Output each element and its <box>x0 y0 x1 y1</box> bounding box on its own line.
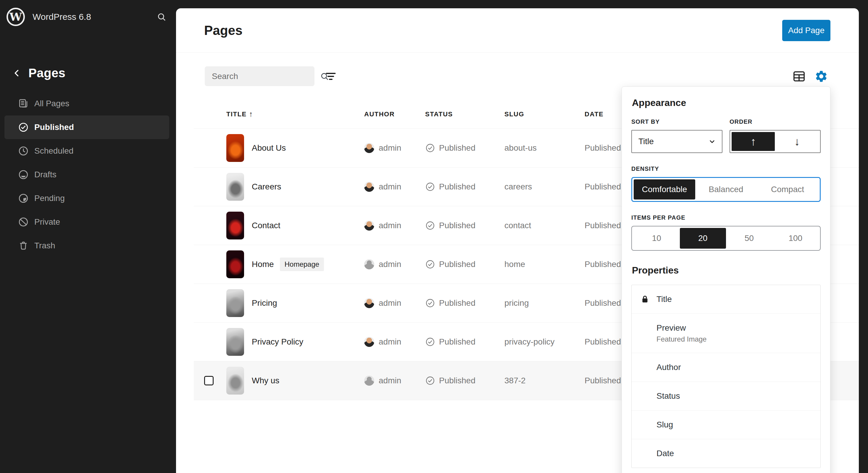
page-thumbnail <box>226 328 244 356</box>
sidebar-item-all-pages[interactable]: All Pages <box>4 92 169 115</box>
author-name: admin <box>379 182 401 191</box>
page-slug: home <box>504 260 585 269</box>
property-item-preview[interactable]: Preview Featured Image <box>631 314 820 353</box>
sidebar-heading-row: Pages <box>0 61 176 85</box>
page-thumbnail <box>226 173 244 201</box>
status-text: Published <box>439 260 475 269</box>
page-slug: privacy-policy <box>504 337 585 347</box>
property-item-status[interactable]: Status <box>631 382 820 410</box>
published-check-icon <box>425 337 435 347</box>
lock-icon <box>640 294 650 304</box>
sidebar-item-pending[interactable]: Pending <box>4 186 169 210</box>
author-avatar <box>364 182 374 192</box>
search-input[interactable] <box>211 71 319 81</box>
sort-ascending-button[interactable]: ↑ <box>732 132 775 151</box>
items-per-page-option-20[interactable]: 20 <box>680 228 726 248</box>
sort-by-select[interactable]: Title <box>631 130 722 153</box>
sidebar-item-trash[interactable]: Trash <box>4 234 169 258</box>
back-chevron-icon[interactable] <box>12 68 22 78</box>
property-item-author[interactable]: Author <box>631 353 820 382</box>
sidebar-item-scheduled[interactable]: Scheduled <box>4 139 169 163</box>
page-thumbnail <box>226 134 244 162</box>
page-thumbnail <box>226 212 244 239</box>
status-text: Published <box>439 182 475 191</box>
page-slug: contact <box>504 221 585 230</box>
sort-by-label: SORT BY <box>631 118 722 125</box>
items-per-page-option-10[interactable]: 10 <box>633 228 680 248</box>
properties-title: Properties <box>632 265 821 276</box>
author-avatar <box>364 376 374 386</box>
search-box[interactable] <box>205 66 314 86</box>
status-text: Published <box>439 221 475 230</box>
page-thumbnail <box>226 250 244 278</box>
published-check-icon <box>425 376 435 386</box>
page-title: Pages <box>204 23 782 38</box>
author-name: admin <box>379 221 401 230</box>
property-item-slug[interactable]: Slug <box>631 410 820 439</box>
sidebar-item-drafts[interactable]: Drafts <box>4 163 169 186</box>
author-avatar <box>364 298 374 308</box>
status-text: Published <box>439 143 475 153</box>
page-thumbnail <box>226 289 244 317</box>
density-option-compact[interactable]: Compact <box>757 179 818 200</box>
page-slug: careers <box>504 182 585 191</box>
page-title-link[interactable]: Privacy Policy <box>252 337 303 347</box>
sort-by-value: Title <box>639 137 708 146</box>
density-option-balanced[interactable]: Balanced <box>695 179 757 200</box>
order-toggle: ↑ ↓ <box>730 130 821 153</box>
page-thumbnail <box>226 367 244 394</box>
page-header: Pages Add Page <box>176 8 859 53</box>
status-text: Published <box>439 298 475 308</box>
sidebar-item-private[interactable]: Private <box>4 210 169 234</box>
page-title-link[interactable]: Why us <box>252 376 279 385</box>
appearance-panel: Appearance SORT BY Title ORDER ↑ ↓ DENSI… <box>622 86 830 473</box>
properties-list: Title Preview Featured Image Author Stat… <box>631 285 821 468</box>
row-checkbox[interactable] <box>204 376 214 385</box>
author-avatar <box>364 259 374 269</box>
column-header-title[interactable]: Title ↑ <box>226 110 364 119</box>
page-title-link[interactable]: Contact <box>252 221 280 230</box>
author-name: admin <box>379 298 401 308</box>
order-field: ORDER ↑ ↓ <box>730 118 821 153</box>
sidebar-heading: Pages <box>28 66 65 80</box>
sidebar: W WordPress 6.8 Pages All Pages Publishe… <box>0 0 176 473</box>
items-per-page-toggle: 102050100 <box>631 226 821 251</box>
author-name: admin <box>379 376 401 385</box>
table-layout-icon[interactable] <box>792 69 806 84</box>
view-options-gear-icon[interactable] <box>814 69 828 83</box>
wordpress-admin-screen: W WordPress 6.8 Pages All Pages Publishe… <box>0 0 868 473</box>
wordpress-logo[interactable]: W <box>6 8 25 26</box>
page-title-link[interactable]: Home <box>252 260 274 269</box>
items-per-page-option-100[interactable]: 100 <box>772 228 819 248</box>
sort-descending-button[interactable]: ↓ <box>775 132 818 151</box>
sidebar-header: W WordPress 6.8 <box>0 0 176 34</box>
sort-by-field: SORT BY Title <box>631 118 722 153</box>
items-per-page-label: ITEMS PER PAGE <box>631 214 821 221</box>
search-icon[interactable] <box>156 11 167 23</box>
filter-icon[interactable] <box>323 69 338 84</box>
column-header-status[interactable]: Status ↑ <box>425 110 504 118</box>
site-title: WordPress 6.8 <box>33 12 156 22</box>
page-title-link[interactable]: Careers <box>252 182 281 191</box>
property-item-title[interactable]: Title <box>631 285 820 314</box>
page-title-link[interactable]: About Us <box>252 143 286 153</box>
items-per-page-option-50[interactable]: 50 <box>726 228 772 248</box>
published-check-icon <box>425 182 435 192</box>
property-item-date[interactable]: Date <box>631 439 820 468</box>
page-title-link[interactable]: Pricing <box>252 298 277 308</box>
author-name: admin <box>379 143 401 153</box>
density-option-comfortable[interactable]: Comfortable <box>634 179 695 200</box>
homepage-badge: Homepage <box>280 258 324 271</box>
panel-title: Appearance <box>632 97 821 108</box>
page-slug: pricing <box>504 298 585 308</box>
add-page-button[interactable]: Add Page <box>782 20 830 41</box>
order-label: ORDER <box>730 118 821 125</box>
sidebar-item-published[interactable]: Published <box>4 115 169 139</box>
column-header-author[interactable]: Author ↑ <box>364 110 425 118</box>
author-avatar <box>364 220 374 231</box>
published-check-icon <box>425 220 435 231</box>
density-label: DENSITY <box>631 166 821 172</box>
status-text: Published <box>439 376 475 385</box>
column-header-slug[interactable]: Slug ↑ <box>504 110 585 118</box>
sidebar-nav: All Pages Published Scheduled Drafts Pen… <box>0 92 176 258</box>
